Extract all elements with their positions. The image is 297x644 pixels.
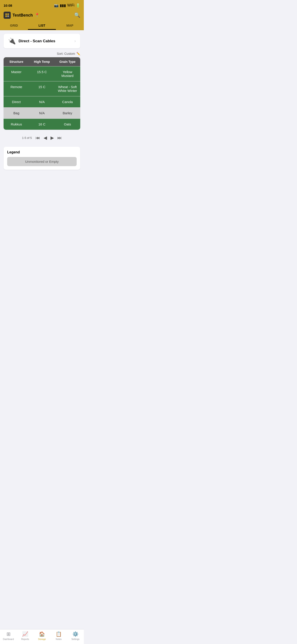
col-structure: Structure	[3, 57, 29, 66]
status-bar: 10:08 📷 ▮▮▮ WiFi 🔋	[0, 0, 84, 10]
wifi-icon: WiFi	[67, 3, 74, 8]
cell-structure: Bag	[3, 108, 29, 118]
svg-rect-2	[5, 16, 7, 17]
scan-card-title: Direct - Scan Cables	[18, 39, 55, 44]
cell-grain-type: Oats	[55, 119, 80, 130]
main-content: 🔌 Direct - Scan Cables › Sort: Custom ✏️…	[0, 30, 84, 177]
legend-item-unmonitored: Unmonitored or Empty	[7, 157, 77, 166]
cell-high-temp: N/A	[29, 108, 54, 118]
status-icons: 📷 ▮▮▮ WiFi 🔋	[54, 3, 80, 8]
sort-edit-icon[interactable]: ✏️	[76, 52, 80, 56]
cell-grain-type: Yellow Mustard	[55, 66, 80, 81]
prev-page-button[interactable]: ◀	[43, 135, 47, 140]
cell-high-temp: 15.5 C	[29, 66, 54, 81]
table-row[interactable]: Master 15.5 C Yellow Mustard	[3, 66, 80, 81]
logo-icon	[5, 13, 9, 18]
svg-rect-0	[5, 14, 7, 15]
table-row[interactable]: Rukkus 16 C Oats	[3, 118, 80, 130]
sort-label: Sort: Custom	[57, 52, 75, 56]
status-time: 10:08	[3, 4, 12, 8]
svg-rect-3	[7, 16, 9, 17]
app-logo	[3, 12, 11, 19]
svg-rect-1	[7, 14, 9, 15]
camera-icon: 📷	[54, 3, 58, 8]
chevron-right-icon: ›	[74, 39, 76, 44]
scan-cables-card[interactable]: 🔌 Direct - Scan Cables ›	[3, 34, 80, 48]
data-table: Structure High Temp Grain Type Master 15…	[3, 57, 80, 130]
cell-grain-type: Barley	[55, 108, 80, 118]
location-icon: 📍	[35, 13, 39, 18]
cell-structure: Rukkus	[3, 119, 29, 130]
tab-map[interactable]: MAP	[56, 22, 84, 30]
legend-title: Legend	[7, 150, 77, 154]
cell-high-temp: 15 C	[29, 82, 54, 96]
cell-high-temp: 16 C	[29, 119, 54, 130]
tab-list[interactable]: LIST	[28, 22, 56, 30]
pagination-info: 1-5 of 5	[22, 136, 32, 140]
table-header: Structure High Temp Grain Type	[3, 57, 80, 66]
search-icon[interactable]: 🔍	[74, 12, 80, 18]
scan-card-left: 🔌 Direct - Scan Cables	[8, 37, 55, 45]
table-row[interactable]: Remote 15 C Wheat - Soft White Winter	[3, 81, 80, 96]
col-grain-type: Grain Type	[55, 57, 80, 66]
cell-structure: Direct	[3, 96, 29, 107]
app-header: TestBench 📍 🔍	[0, 10, 84, 22]
cell-grain-type: Wheat - Soft White Winter	[55, 82, 80, 96]
sort-row: Sort: Custom ✏️	[3, 52, 80, 56]
header-left: TestBench 📍	[3, 12, 39, 19]
cell-structure: Remote	[3, 82, 29, 96]
cable-icon: 🔌	[8, 37, 16, 45]
table-row[interactable]: Bag N/A Barley	[3, 107, 80, 118]
cell-structure: Master	[3, 66, 29, 81]
table-row[interactable]: Direct N/A Canola	[3, 96, 80, 107]
first-page-button[interactable]: ⏮	[35, 135, 40, 140]
app-name: TestBench	[12, 13, 33, 18]
signal-icon: ▮▮▮	[60, 3, 66, 8]
legend-card: Legend Unmonitored or Empty	[3, 147, 80, 170]
cell-grain-type: Canola	[55, 96, 80, 107]
cell-high-temp: N/A	[29, 96, 54, 107]
tab-bar: GRID LIST MAP	[0, 22, 84, 30]
col-high-temp: High Temp	[29, 57, 54, 66]
battery-icon: 🔋	[76, 3, 80, 8]
next-page-button[interactable]: ▶	[50, 135, 54, 140]
last-page-button[interactable]: ⏭	[57, 135, 62, 140]
pagination: 1-5 of 5 ⏮ ◀ ▶ ⏭	[3, 132, 80, 143]
tab-grid[interactable]: GRID	[0, 22, 28, 30]
